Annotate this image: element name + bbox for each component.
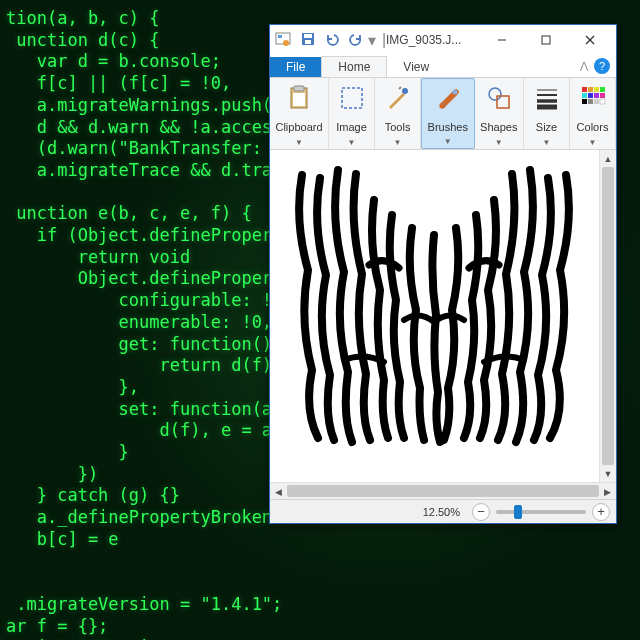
svg-point-14: [402, 88, 408, 94]
scroll-track-h[interactable]: [287, 483, 599, 499]
collapse-ribbon-icon[interactable]: ⋀: [580, 60, 588, 71]
tab-view[interactable]: View: [387, 57, 445, 77]
tools-icon: [382, 82, 414, 114]
svg-rect-30: [582, 99, 587, 104]
scroll-left-icon[interactable]: ◀: [270, 483, 287, 500]
ribbon-shapes-label: Shapes: [480, 121, 517, 133]
svg-rect-4: [304, 34, 312, 38]
svg-point-15: [452, 90, 457, 95]
ribbon: Clipboard ▼ Image ▼ Tools ▼ Brushes ▼: [270, 78, 616, 150]
svg-rect-5: [305, 40, 311, 44]
tab-file[interactable]: File: [270, 57, 321, 77]
tab-strip: File Home View ⋀ ?: [270, 55, 616, 78]
redo-icon[interactable]: [346, 29, 366, 49]
scroll-thumb-v[interactable]: [602, 167, 614, 465]
zoom-slider[interactable]: [496, 510, 586, 514]
svg-rect-13: [342, 88, 362, 108]
window-controls: [480, 26, 612, 54]
ribbon-clipboard[interactable]: Clipboard ▼: [270, 78, 329, 149]
ribbon-tools[interactable]: Tools ▼: [375, 78, 421, 149]
scroll-thumb-h[interactable]: [287, 485, 599, 497]
close-button[interactable]: [568, 26, 612, 54]
svg-rect-22: [582, 87, 587, 92]
ribbon-clipboard-label: Clipboard: [275, 121, 322, 133]
chevron-down-icon: ▼: [394, 138, 402, 147]
svg-rect-33: [600, 99, 605, 104]
statusbar: 12.50% − +: [270, 499, 616, 523]
canvas-area: ▲ ▼: [270, 150, 616, 482]
chevron-down-icon: ▼: [543, 138, 551, 147]
svg-rect-25: [600, 87, 605, 92]
zoom-slider-thumb[interactable]: [514, 505, 522, 519]
svg-rect-28: [594, 93, 599, 98]
ribbon-size[interactable]: Size ▼: [524, 78, 570, 149]
svg-rect-2: [278, 35, 282, 38]
chevron-down-icon: ▼: [495, 138, 503, 147]
shapes-icon: [483, 82, 515, 114]
svg-rect-26: [582, 93, 587, 98]
ribbon-image[interactable]: Image ▼: [329, 78, 375, 149]
clipboard-icon: [283, 82, 315, 114]
help-icon[interactable]: ?: [594, 58, 610, 74]
qat-separator: ▾: [370, 29, 374, 51]
svg-point-16: [489, 88, 501, 100]
undo-icon[interactable]: [322, 29, 342, 49]
paint-window: ▾ | IMG_9035.J... File Home View ⋀ ? Cli: [269, 24, 617, 524]
image-select-icon: [336, 82, 368, 114]
svg-rect-27: [588, 93, 593, 98]
scroll-up-icon[interactable]: ▲: [600, 150, 616, 167]
brush-icon: [432, 83, 464, 115]
ribbon-colors-label: Colors: [577, 121, 609, 133]
app-icon: [274, 31, 292, 49]
ribbon-brushes-label: Brushes: [428, 121, 468, 133]
canvas-viewport[interactable]: [270, 150, 599, 482]
svg-rect-29: [600, 93, 605, 98]
svg-rect-11: [294, 86, 304, 91]
svg-point-1: [283, 40, 289, 46]
zoom-level: 12.50%: [423, 506, 460, 518]
chevron-down-icon: ▼: [444, 137, 452, 146]
titlebar[interactable]: ▾ | IMG_9035.J...: [270, 25, 616, 55]
window-title: IMG_9035.J...: [386, 33, 480, 47]
chevron-down-icon: ▼: [348, 138, 356, 147]
horizontal-scrollbar[interactable]: ◀ ▶: [270, 482, 616, 499]
zoom-in-button[interactable]: +: [592, 503, 610, 521]
scroll-down-icon[interactable]: ▼: [600, 465, 616, 482]
ribbon-brushes[interactable]: Brushes ▼: [421, 78, 474, 149]
svg-rect-7: [542, 36, 550, 44]
ribbon-size-label: Size: [536, 121, 557, 133]
colors-icon: [577, 82, 609, 114]
svg-rect-23: [588, 87, 593, 92]
size-icon: [531, 82, 563, 114]
save-icon[interactable]: [298, 29, 318, 49]
svg-rect-31: [588, 99, 593, 104]
canvas-artwork: [284, 160, 584, 450]
ribbon-image-label: Image: [336, 121, 367, 133]
vertical-scrollbar[interactable]: ▲ ▼: [599, 150, 616, 482]
svg-rect-24: [594, 87, 599, 92]
scroll-track-v[interactable]: [600, 167, 616, 465]
svg-rect-32: [594, 99, 599, 104]
tab-home[interactable]: Home: [321, 56, 387, 77]
chevron-down-icon: ▼: [589, 138, 597, 147]
svg-rect-12: [293, 93, 305, 106]
chevron-down-icon: ▼: [295, 138, 303, 147]
scroll-right-icon[interactable]: ▶: [599, 483, 616, 500]
canvas-content[interactable]: [270, 150, 599, 482]
ribbon-tools-label: Tools: [385, 121, 411, 133]
quick-access-toolbar: ▾: [298, 29, 374, 51]
ribbon-colors[interactable]: Colors ▼: [570, 78, 616, 149]
maximize-button[interactable]: [524, 26, 568, 54]
ribbon-shapes[interactable]: Shapes ▼: [475, 78, 524, 149]
minimize-button[interactable]: [480, 26, 524, 54]
zoom-out-button[interactable]: −: [472, 503, 490, 521]
